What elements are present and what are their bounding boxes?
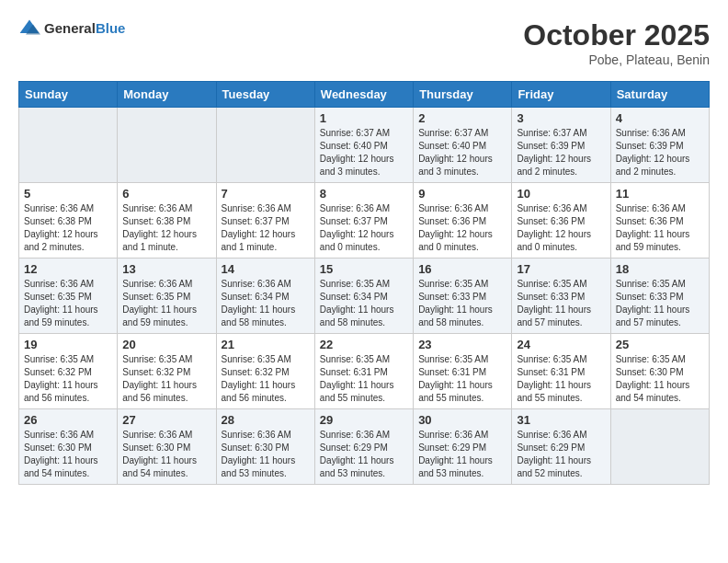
calendar-cell: 28Sunrise: 6:36 AMSunset: 6:30 PMDayligh…: [216, 409, 314, 485]
day-info: Sunrise: 6:35 AMSunset: 6:33 PMDaylight:…: [418, 278, 506, 329]
calendar-cell: 14Sunrise: 6:36 AMSunset: 6:34 PMDayligh…: [216, 259, 314, 334]
calendar-cell: 7Sunrise: 6:36 AMSunset: 6:37 PMDaylight…: [216, 183, 314, 259]
calendar-cell: 24Sunrise: 6:35 AMSunset: 6:31 PMDayligh…: [512, 334, 610, 409]
day-info: Sunrise: 6:35 AMSunset: 6:32 PMDaylight:…: [122, 353, 210, 405]
day-number: 2: [418, 111, 506, 125]
calendar-week-2: 5Sunrise: 6:36 AMSunset: 6:38 PMDaylight…: [19, 183, 710, 259]
day-number: 18: [616, 262, 704, 276]
weekday-header-wednesday: Wednesday: [314, 82, 413, 108]
day-info: Sunrise: 6:35 AMSunset: 6:33 PMDaylight:…: [517, 278, 605, 329]
day-number: 22: [320, 338, 408, 351]
calendar-week-1: 1Sunrise: 6:37 AMSunset: 6:40 PMDaylight…: [19, 108, 710, 183]
calendar-cell: 16Sunrise: 6:35 AMSunset: 6:33 PMDayligh…: [414, 259, 512, 334]
calendar-cell: 22Sunrise: 6:35 AMSunset: 6:31 PMDayligh…: [314, 334, 413, 409]
calendar-cell: 9Sunrise: 6:36 AMSunset: 6:36 PMDaylight…: [414, 183, 512, 259]
day-number: 7: [222, 187, 310, 201]
day-info: Sunrise: 6:35 AMSunset: 6:31 PMDaylight:…: [418, 353, 506, 405]
weekday-header-saturday: Saturday: [610, 82, 709, 108]
logo-text: GeneralBlue: [44, 20, 125, 36]
day-info: Sunrise: 6:36 AMSunset: 6:38 PMDaylight:…: [122, 202, 210, 254]
logo-icon: [18, 18, 40, 37]
calendar-cell: 13Sunrise: 6:36 AMSunset: 6:35 PMDayligh…: [118, 259, 216, 334]
day-info: Sunrise: 6:35 AMSunset: 6:32 PMDaylight:…: [222, 353, 310, 405]
day-number: 3: [517, 111, 605, 125]
calendar-cell: 19Sunrise: 6:35 AMSunset: 6:32 PMDayligh…: [19, 334, 118, 409]
day-number: 27: [122, 413, 210, 427]
weekday-header-friday: Friday: [512, 82, 610, 108]
day-number: 21: [222, 338, 310, 351]
day-info: Sunrise: 6:36 AMSunset: 6:35 PMDaylight:…: [122, 278, 210, 329]
calendar-week-5: 26Sunrise: 6:36 AMSunset: 6:30 PMDayligh…: [19, 409, 710, 485]
day-number: 16: [418, 262, 506, 276]
day-info: Sunrise: 6:35 AMSunset: 6:30 PMDaylight:…: [616, 353, 704, 405]
day-info: Sunrise: 6:35 AMSunset: 6:32 PMDaylight:…: [24, 353, 112, 405]
day-number: 12: [24, 262, 112, 276]
day-info: Sunrise: 6:36 AMSunset: 6:38 PMDaylight:…: [24, 202, 112, 254]
day-number: 20: [122, 338, 210, 351]
calendar-cell: 8Sunrise: 6:36 AMSunset: 6:37 PMDaylight…: [314, 183, 413, 259]
calendar-table: SundayMondayTuesdayWednesdayThursdayFrid…: [18, 81, 710, 485]
calendar-cell: 25Sunrise: 6:35 AMSunset: 6:30 PMDayligh…: [610, 334, 709, 409]
day-number: 17: [517, 262, 605, 276]
calendar-cell: 12Sunrise: 6:36 AMSunset: 6:35 PMDayligh…: [19, 259, 118, 334]
weekday-header-tuesday: Tuesday: [216, 82, 314, 108]
calendar-cell: 4Sunrise: 6:36 AMSunset: 6:39 PMDaylight…: [610, 108, 709, 183]
day-number: 24: [517, 338, 605, 351]
day-info: Sunrise: 6:35 AMSunset: 6:31 PMDaylight:…: [517, 353, 605, 405]
day-number: 1: [320, 111, 408, 125]
calendar-cell: 3Sunrise: 6:37 AMSunset: 6:39 PMDaylight…: [512, 108, 610, 183]
calendar-cell: 31Sunrise: 6:36 AMSunset: 6:29 PMDayligh…: [512, 409, 610, 485]
day-info: Sunrise: 6:36 AMSunset: 6:29 PMDaylight:…: [320, 429, 408, 480]
day-number: 31: [517, 413, 605, 427]
day-info: Sunrise: 6:36 AMSunset: 6:29 PMDaylight:…: [517, 429, 605, 480]
calendar-cell: [216, 108, 314, 183]
calendar-cell: 29Sunrise: 6:36 AMSunset: 6:29 PMDayligh…: [314, 409, 413, 485]
day-number: 19: [24, 338, 112, 351]
day-info: Sunrise: 6:35 AMSunset: 6:34 PMDaylight:…: [320, 278, 408, 329]
title-area: October 2025 Pobe, Plateau, Benin: [523, 18, 710, 67]
calendar-cell: 26Sunrise: 6:36 AMSunset: 6:30 PMDayligh…: [19, 409, 118, 485]
logo: GeneralBlue: [18, 18, 125, 37]
day-info: Sunrise: 6:36 AMSunset: 6:35 PMDaylight:…: [24, 278, 112, 329]
header: GeneralBlue October 2025 Pobe, Plateau, …: [18, 18, 710, 67]
calendar-cell: [610, 409, 709, 485]
day-number: 13: [122, 262, 210, 276]
day-info: Sunrise: 6:36 AMSunset: 6:36 PMDaylight:…: [616, 202, 704, 254]
day-info: Sunrise: 6:36 AMSunset: 6:39 PMDaylight:…: [616, 127, 704, 178]
day-number: 6: [122, 187, 210, 201]
day-number: 25: [616, 338, 704, 351]
day-number: 29: [320, 413, 408, 427]
day-number: 4: [616, 111, 704, 125]
day-info: Sunrise: 6:37 AMSunset: 6:40 PMDaylight:…: [320, 127, 408, 178]
calendar-cell: 17Sunrise: 6:35 AMSunset: 6:33 PMDayligh…: [512, 259, 610, 334]
day-number: 8: [320, 187, 408, 201]
calendar-cell: 5Sunrise: 6:36 AMSunset: 6:38 PMDaylight…: [19, 183, 118, 259]
calendar-cell: 20Sunrise: 6:35 AMSunset: 6:32 PMDayligh…: [118, 334, 216, 409]
calendar-cell: 30Sunrise: 6:36 AMSunset: 6:29 PMDayligh…: [414, 409, 512, 485]
calendar-cell: 18Sunrise: 6:35 AMSunset: 6:33 PMDayligh…: [610, 259, 709, 334]
day-number: 14: [222, 262, 310, 276]
day-number: 26: [24, 413, 112, 427]
weekday-header-monday: Monday: [118, 82, 216, 108]
calendar-cell: 11Sunrise: 6:36 AMSunset: 6:36 PMDayligh…: [610, 183, 709, 259]
day-info: Sunrise: 6:36 AMSunset: 6:29 PMDaylight:…: [418, 429, 506, 480]
weekday-header-thursday: Thursday: [414, 82, 512, 108]
calendar-cell: [19, 108, 118, 183]
calendar-cell: 23Sunrise: 6:35 AMSunset: 6:31 PMDayligh…: [414, 334, 512, 409]
day-number: 9: [418, 187, 506, 201]
day-info: Sunrise: 6:36 AMSunset: 6:37 PMDaylight:…: [222, 202, 310, 254]
day-info: Sunrise: 6:36 AMSunset: 6:37 PMDaylight:…: [320, 202, 408, 254]
calendar-cell: 10Sunrise: 6:36 AMSunset: 6:36 PMDayligh…: [512, 183, 610, 259]
calendar-cell: 6Sunrise: 6:36 AMSunset: 6:38 PMDaylight…: [118, 183, 216, 259]
calendar-cell: 15Sunrise: 6:35 AMSunset: 6:34 PMDayligh…: [314, 259, 413, 334]
weekday-header-sunday: Sunday: [19, 82, 118, 108]
month-title: October 2025: [523, 18, 710, 52]
day-number: 30: [418, 413, 506, 427]
calendar-week-4: 19Sunrise: 6:35 AMSunset: 6:32 PMDayligh…: [19, 334, 710, 409]
day-info: Sunrise: 6:35 AMSunset: 6:31 PMDaylight:…: [320, 353, 408, 405]
calendar-cell: 1Sunrise: 6:37 AMSunset: 6:40 PMDaylight…: [314, 108, 413, 183]
day-info: Sunrise: 6:37 AMSunset: 6:39 PMDaylight:…: [517, 127, 605, 178]
weekday-header-row: SundayMondayTuesdayWednesdayThursdayFrid…: [19, 82, 710, 108]
day-info: Sunrise: 6:36 AMSunset: 6:30 PMDaylight:…: [24, 429, 112, 480]
day-info: Sunrise: 6:37 AMSunset: 6:40 PMDaylight:…: [418, 127, 506, 178]
